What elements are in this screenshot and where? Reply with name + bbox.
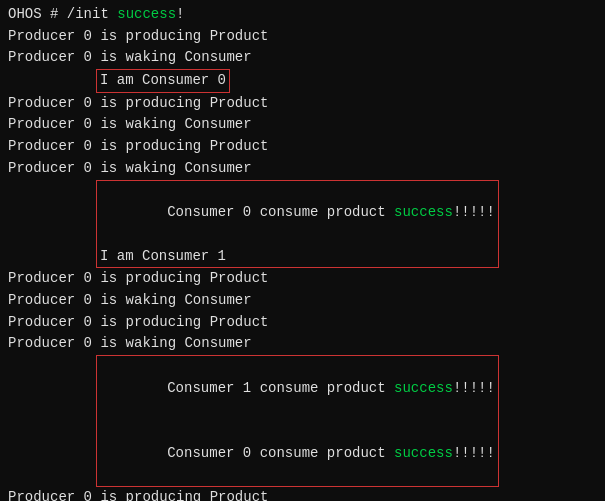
line-prod-3: Producer 0 is producing Product [8,136,597,158]
box-group-2: Consumer 1 consume product success!!!!! … [96,355,499,487]
wake-text: Producer 0 is waking Consumer [8,47,252,69]
consumer1-success: Consumer 1 consume product success!!!!! [100,356,495,421]
exclaim-1: ! [176,4,184,26]
line-wake-5: Producer 0 is waking Consumer [8,333,597,355]
line-wake-2: Producer 0 is waking Consumer [8,114,597,136]
prod-text-4: Producer 0 is producing Product [8,268,268,290]
wake-text-4: Producer 0 is waking Consumer [8,290,252,312]
line-ohos: OHOS # /init success! [8,4,597,26]
iam-consumer1: I am Consumer 1 [100,246,495,268]
line-prod-5: Producer 0 is producing Product [8,312,597,334]
wake-text-3: Producer 0 is waking Consumer [8,158,252,180]
line-wake-1: Producer 0 is waking Consumer [8,47,597,69]
line-wake-3: Producer 0 is waking Consumer [8,158,597,180]
line-box1: Consumer 0 consume product success!!!!! … [8,180,597,269]
wake-text-2: Producer 0 is waking Consumer [8,114,252,136]
box-consumer0: I am Consumer 0 [96,69,230,93]
consumer0-success-2: Consumer 0 consume product success!!!!! [100,421,495,486]
prod-text-3: Producer 0 is producing Product [8,136,268,158]
prod-text-2: Producer 0 is producing Product [8,93,268,115]
line-prod-4: Producer 0 is producing Product [8,268,597,290]
line-prod-1: Producer 0 is producing Product [8,26,597,48]
wake-text-5: Producer 0 is waking Consumer [8,333,252,355]
line-prod-2: Producer 0 is producing Product [8,93,597,115]
prod-text-6: Producer 0 is producing Product [8,487,268,501]
line-wake-4: Producer 0 is waking Consumer [8,290,597,312]
line-consumer0-box: I am Consumer 0 [8,69,597,93]
terminal: OHOS # /init success! Producer 0 is prod… [0,0,605,501]
success-text-1: success [117,4,176,26]
box-group-1: Consumer 0 consume product success!!!!! … [96,180,499,269]
line-prod-6: Producer 0 is producing Product [8,487,597,501]
ohos-prefix: OHOS # [8,4,67,26]
line-box2: Consumer 1 consume product success!!!!! … [8,355,597,487]
init-text: /init [67,4,117,26]
consumer0-success: Consumer 0 consume product success!!!!! [100,181,495,246]
prod-text: Producer 0 is producing Product [8,26,268,48]
prod-text-5: Producer 0 is producing Product [8,312,268,334]
